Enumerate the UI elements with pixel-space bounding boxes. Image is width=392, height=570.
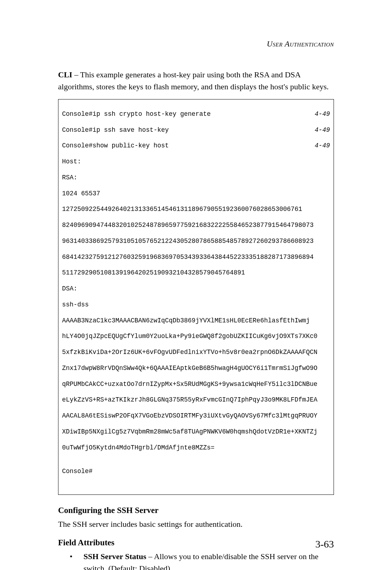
- page-number: 3-63: [315, 538, 334, 550]
- terminal-line: AACAL8A6tESiswP2OFqX7VGoEbzVDSOIRTMFy3iU…: [62, 412, 330, 420]
- terminal-line: ssh-dss: [62, 301, 330, 309]
- terminal-output: Console#ip ssh crypto host-key generate4…: [58, 99, 334, 495]
- terminal-line: Znx17dwpW8RrVDQnSWw4Qk+6QAAAIEAptkGeB6B5…: [62, 365, 330, 372]
- terminal-line: Host:: [62, 158, 330, 166]
- terminal-line: DSA:: [62, 285, 330, 293]
- terminal-line: XDiwIBp5NXgilCg5z7VqbmRm28mWc5af8TUAgPNW…: [62, 428, 330, 436]
- terminal-line: 8240969094744832010252487896597759216832…: [62, 221, 330, 229]
- section-text-ssh: The SSH server includes basic settings f…: [58, 518, 334, 530]
- field-sep: –: [146, 552, 154, 561]
- terminal-ref: 4-49: [315, 110, 330, 118]
- terminal-line: Console#: [62, 468, 330, 476]
- field-term: SSH Server Status: [83, 552, 146, 561]
- terminal-cmd: Console#ip ssh crypto host-key generate: [62, 110, 211, 118]
- terminal-line: AAAAB3NzaC1kc3MAAACBAN6zwIqCqDb3869jYVXl…: [62, 317, 330, 325]
- terminal-line: qRPUMbCAkCC+uzxatOo7drnIZypMx+Sx5RUdMGgK…: [62, 380, 330, 388]
- terminal-cmd: Console#ip ssh save host-key: [62, 126, 169, 134]
- section-heading-ssh: Configuring the SSH Server: [58, 506, 334, 515]
- page: User Authentication CLI – This example g…: [0, 0, 392, 570]
- terminal-line: 1024 65537: [62, 190, 330, 198]
- terminal-line: eLykZzVS+RS+azTKIkzrJh8GLGNq375R55yRxFvm…: [62, 396, 330, 404]
- terminal-line: 0uTwWfjO5Kytdn4MdoTHgrbl/DMdAfjnte8MZZs=: [62, 444, 330, 452]
- terminal-ref: 4-49: [315, 142, 330, 150]
- terminal-line: 6841423275912127603259196836970534393364…: [62, 253, 330, 261]
- list-item: SSH Server Status – Allows you to enable…: [58, 550, 334, 570]
- terminal-line: 5117292905108139196420251909321043285790…: [62, 269, 330, 277]
- terminal-row: Console#show public-key host4-49: [62, 142, 330, 150]
- field-attributes-list: SSH Server Status – Allows you to enable…: [58, 550, 334, 570]
- terminal-line: 1272509225449264021313365145461311896790…: [62, 205, 330, 213]
- intro-paragraph: CLI – This example generates a host-key …: [58, 69, 334, 93]
- terminal-line: hLY4O0jqJZpcEQUgCfYlum0Y2uoLka+Py9ieGWQ8…: [62, 333, 330, 341]
- terminal-row: Console#ip ssh crypto host-key generate4…: [62, 110, 330, 118]
- terminal-row: Console#ip ssh save host-key4-49: [62, 126, 330, 134]
- running-head: User Authentication: [58, 39, 334, 49]
- section-heading-fields: Field Attributes: [58, 538, 334, 547]
- terminal-ref: 4-49: [315, 126, 330, 134]
- terminal-line: RSA:: [62, 174, 330, 182]
- terminal-line: 5xfzkBiKviDa+2OrIz6UK+6vFOgvUDFedlnixYTV…: [62, 349, 330, 357]
- intro-sep: –: [72, 70, 80, 79]
- intro-text: This example generates a host-key pair u…: [58, 70, 329, 91]
- terminal-cmd: Console#show public-key host: [62, 142, 169, 150]
- cli-label: CLI: [58, 70, 72, 79]
- terminal-line: 9631403386925793105105765212243052807865…: [62, 237, 330, 245]
